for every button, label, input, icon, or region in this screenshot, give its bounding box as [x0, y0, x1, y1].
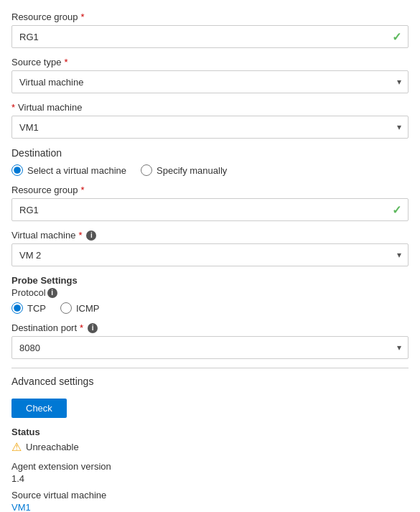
status-title: Status [11, 427, 409, 437]
advanced-settings-title: Advanced settings [11, 376, 409, 387]
source-type-wrapper: Virtual machine ▾ [11, 70, 409, 93]
resource-group-label: Resource group * [11, 11, 409, 22]
status-section: Status ⚠ Unreachable Agent extension ver… [11, 427, 409, 512]
radio-select-vm-input[interactable] [11, 164, 23, 176]
resource-group-wrapper: RG1 ✓ [11, 25, 409, 48]
label-text: Destination port [11, 322, 77, 333]
dest-resource-group-select[interactable]: RG1 [11, 198, 409, 221]
radio-icmp[interactable]: ICMP [60, 302, 100, 314]
dest-port-wrapper: 8080 ▾ [11, 336, 409, 359]
dest-port-field: Destination port * i 8080 ▾ [11, 322, 409, 359]
label-text: Virtual machine [18, 102, 82, 113]
required-star: * [11, 102, 15, 113]
source-vm-field: * Virtual machine VM1 ▾ [11, 102, 409, 139]
dest-resource-group-label: Resource group * [11, 185, 409, 195]
required-star: * [78, 230, 82, 241]
required-star: * [81, 11, 85, 22]
check-button[interactable]: Check [11, 399, 67, 418]
dest-vm-select[interactable]: VM 2 [11, 243, 409, 266]
radio-specify-manually[interactable]: Specify manually [141, 164, 227, 176]
source-type-label: Source type * [11, 57, 409, 68]
status-unreachable-row: ⚠ Unreachable [11, 440, 409, 454]
resource-group-field: Resource group * RG1 ✓ [11, 11, 409, 48]
protocol-label: Protocol i [11, 287, 409, 298]
required-star: * [64, 57, 67, 68]
dest-resource-group-field: Resource group * RG1 ✓ [11, 185, 409, 221]
required-star: * [80, 322, 83, 333]
source-vm-select[interactable]: VM1 [11, 116, 409, 139]
probe-settings-title: Probe Settings [11, 275, 409, 286]
radio-tcp[interactable]: TCP [11, 302, 46, 314]
dest-port-label: Destination port * i [11, 322, 409, 333]
destination-radio-group: Select a virtual machine Specify manuall… [11, 164, 409, 176]
unreachable-text: Unreachable [26, 442, 79, 452]
info-icon[interactable]: i [86, 231, 96, 241]
source-vm-label: * Virtual machine [11, 102, 409, 113]
source-vm-link[interactable]: VM1 [11, 502, 31, 512]
radio-tcp-label: TCP [27, 303, 46, 314]
checkmark-icon: ✓ [392, 30, 401, 44]
probe-settings-section: Probe Settings Protocol i TCP ICMP Desti… [11, 275, 409, 359]
source-vm-wrapper: VM1 ▾ [11, 116, 409, 139]
label-text: Resource group [11, 185, 78, 195]
radio-icmp-label: ICMP [76, 303, 100, 314]
dest-vm-field: Virtual machine * i VM 2 ▾ [11, 230, 409, 266]
dest-vm-wrapper: VM 2 ▾ [11, 243, 409, 266]
destination-section: Destination Select a virtual machine Spe… [11, 147, 409, 266]
radio-specify-manually-label: Specify manually [157, 165, 227, 176]
radio-specify-manually-input[interactable] [141, 164, 152, 176]
required-star: * [81, 185, 85, 195]
warning-icon: ⚠ [11, 440, 22, 454]
info-icon[interactable]: i [47, 288, 57, 298]
source-vm-row: Source virtual machine VM1 [11, 490, 409, 512]
info-icon[interactable]: i [88, 323, 98, 333]
checkmark-icon: ✓ [392, 203, 401, 217]
dest-vm-label: Virtual machine * i [11, 230, 409, 241]
dest-resource-group-wrapper: RG1 ✓ [11, 198, 409, 221]
agent-version-label: Agent extension version [11, 461, 409, 472]
protocol-radio-group: TCP ICMP [11, 302, 409, 314]
radio-select-vm-label: Select a virtual machine [27, 165, 126, 176]
protocol-label-text: Protocol [11, 287, 46, 298]
advanced-settings-section: Advanced settings [11, 368, 409, 387]
resource-group-select[interactable]: RG1 [11, 25, 409, 48]
destination-title: Destination [11, 147, 409, 159]
label-text: Source type [11, 57, 61, 68]
radio-tcp-input[interactable] [11, 302, 23, 314]
agent-version-value: 1.4 [11, 473, 409, 484]
source-vm-info-label: Source virtual machine [11, 490, 409, 501]
agent-version-row: Agent extension version 1.4 [11, 461, 409, 484]
radio-icmp-input[interactable] [60, 302, 72, 314]
dest-port-select[interactable]: 8080 [11, 336, 409, 359]
source-type-field: Source type * Virtual machine ▾ [11, 57, 409, 93]
label-text: Virtual machine [11, 230, 75, 241]
source-type-select[interactable]: Virtual machine [11, 70, 409, 93]
label-text: Resource group [11, 11, 78, 22]
radio-select-vm[interactable]: Select a virtual machine [11, 164, 126, 176]
